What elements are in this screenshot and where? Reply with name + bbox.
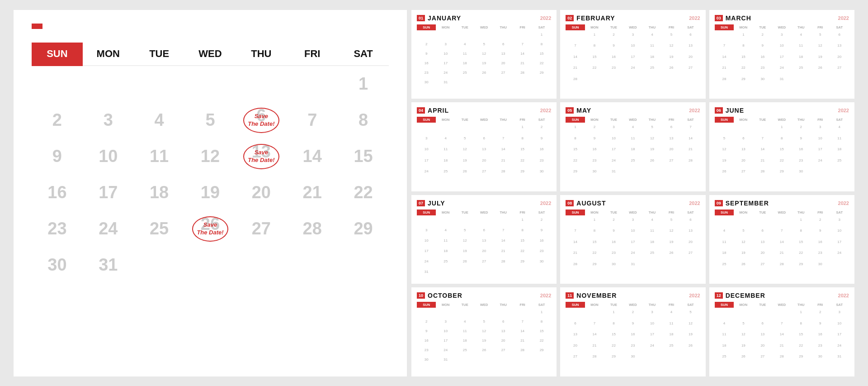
mini-day-11: 11 [715,239,734,250]
mini-day-26: 26 [681,343,700,354]
mini-day-hdr-sun: SUN [715,302,734,308]
mini-day-15: 15 [772,146,791,157]
mini-day-8: 8 [513,135,532,147]
mini-empty-cell [662,168,681,180]
mini-day-hdr-wed: WED [772,210,791,215]
mini-day-21: 21 [513,338,532,347]
mini-day-29: 29 [532,70,551,79]
main-day-header-wed: WED [185,43,236,66]
mini-day-6: 6 [681,32,700,43]
mini-day-13: 13 [494,328,513,338]
mini-day-1: 1 [792,217,811,228]
mini-empty-cell [455,180,474,187]
mini-empty-cell [417,32,436,41]
mini-day-25: 25 [642,250,661,261]
mini-day-17: 17 [830,239,849,250]
mini-day-1: 1 [532,309,551,319]
mini-day-3: 3 [623,217,642,228]
mini-day-19: 19 [642,146,661,157]
mini-day-9: 9 [532,227,551,238]
mini-day-hdr-wed: WED [474,117,493,123]
mini-day-headers: SUNMONTUEWEDTHUFRISAT [715,24,849,30]
mini-empty-cell [494,180,513,187]
mini-day-14: 14 [494,146,513,157]
mini-empty-cell [494,269,513,279]
mini-day-21: 21 [585,343,604,354]
mini-day-19: 19 [715,157,734,169]
mini-grid-may: 1234567891011121314151617181920212223242… [566,124,700,187]
mini-day-19: 19 [662,239,681,250]
mini-day-hdr-thu: THU [642,210,661,215]
mini-day-13: 13 [753,239,772,250]
mini-day-23: 23 [604,65,623,76]
mini-day-31: 31 [623,261,642,272]
mini-day-hdr-tue: TUE [604,210,623,215]
mini-day-5: 5 [662,32,681,43]
mini-day-8: 8 [772,135,791,147]
mini-day-6: 6 [753,320,772,332]
mini-day-9: 9 [792,135,811,147]
mini-empty-cell [455,357,474,366]
mini-empty-cell [715,365,734,372]
mini-day-10: 10 [830,320,849,332]
mini-day-4: 4 [436,227,455,238]
mini-day-27: 27 [494,70,513,79]
mini-day-11: 11 [455,328,474,338]
day-cell-7: 7 [287,102,338,138]
mini-day-17: 17 [623,239,642,250]
mini-day-8: 8 [792,228,811,239]
mini-day-hdr-fri: FRI [811,302,830,308]
mini-empty-cell [417,217,436,227]
mini-day-5: 5 [474,41,493,51]
mini-day-2: 2 [753,32,772,43]
mini-day-18: 18 [436,157,455,169]
mini-empty-cell [604,76,623,87]
mini-day-17: 17 [436,338,455,347]
day-cell-25: 25 [134,211,185,247]
mini-empty-cell [566,272,585,279]
mini-day-5: 5 [734,320,753,332]
mini-day-26: 26 [662,250,681,261]
mini-day-hdr-tue: TUE [455,302,474,308]
mini-day-14: 14 [772,331,791,343]
mini-empty-cell [604,180,623,187]
mini-day-24: 24 [772,65,791,76]
mini-empty-cell [642,353,661,365]
mini-day-17: 17 [811,146,830,157]
mini-day-14: 14 [566,54,585,65]
mini-day-headers: SUNMONTUEWEDTHUFRISAT [417,210,551,215]
mini-day-9: 9 [811,320,830,332]
mini-day-19: 19 [734,250,753,261]
mini-day-20: 20 [474,248,493,258]
mini-grid-august: 1234567891011121314151617181920212223242… [566,217,700,280]
day-cell-26: 26SaveThe Date! [185,211,236,247]
mini-day-15: 15 [532,51,551,60]
mini-day-19: 19 [681,331,700,343]
mini-grid-november: 1234567891011121314151617181920212223242… [566,309,700,372]
mini-day-hdr-mon: MON [585,302,604,308]
mini-month-name-february: FEBRUARY [576,14,615,22]
mini-header-november: 11NOVEMBER2022 [566,292,700,299]
mini-day-hdr-tue: TUE [604,24,623,30]
mini-day-9: 9 [417,51,436,60]
mini-day-1: 1 [566,124,585,135]
mini-day-10: 10 [811,135,830,147]
mini-calendars-panel: 01JANUARY2022SUNMONTUEWEDTHUFRISAT123456… [411,10,854,376]
mini-day-19: 19 [474,338,493,347]
mini-day-7: 7 [513,41,532,51]
mini-day-15: 15 [566,146,585,157]
mini-day-22: 22 [772,157,791,169]
mini-day-6: 6 [474,135,493,147]
mini-month-name-june: JUNE [726,107,744,114]
mini-day-6: 6 [662,124,681,135]
mini-empty-cell [811,76,830,87]
mini-day-24: 24 [642,343,661,354]
mini-day-16: 16 [417,338,436,347]
mini-day-hdr-tue: TUE [753,117,772,123]
mini-day-hdr-sat: SAT [681,117,700,123]
mini-day-22: 22 [585,250,604,261]
mini-day-23: 23 [417,347,436,357]
mini-day-24: 24 [830,343,849,354]
save-the-date-label: SaveThe Date! [243,144,279,169]
mini-empty-cell [494,217,513,227]
